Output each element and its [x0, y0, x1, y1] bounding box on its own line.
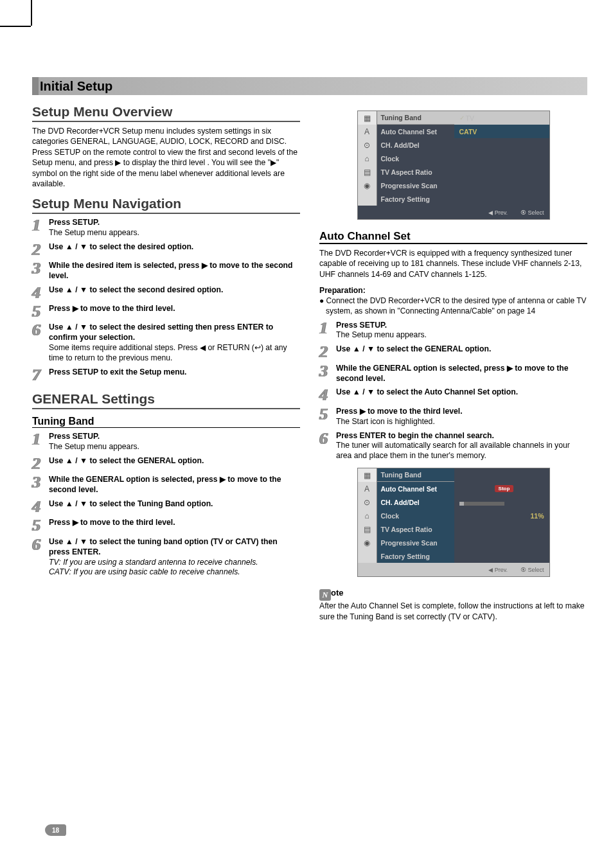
- menu-item-label: TV Aspect Ratio: [377, 165, 454, 179]
- tuning-steps: 1 Press SETUP. The Setup menu appears. 2…: [32, 432, 300, 578]
- step-text: While the GENERAL option is selected, pr…: [336, 364, 569, 383]
- menu-item-label: Clock: [377, 152, 454, 165]
- step-number-icon: 5: [32, 304, 46, 319]
- page-number: 18: [45, 824, 66, 836]
- step-number-icon: 5: [32, 518, 46, 533]
- step-number-icon: 4: [32, 499, 46, 514]
- step-text: Some items require additional steps. Pre…: [49, 343, 287, 362]
- step-text: While the GENERAL option is selected, pr…: [49, 475, 281, 494]
- menu-category-icon: ⌂: [358, 509, 377, 522]
- step-number-icon: 5: [319, 407, 333, 427]
- step-text: Use ▲ / ▼ to select the Tuning Band opti…: [49, 499, 213, 508]
- overview-heading: Setup Menu Overview: [32, 104, 300, 122]
- menu-category-icon: ▦: [358, 468, 377, 482]
- menu-item-label: Progressive Scan: [377, 536, 454, 549]
- overview-body: The DVD Recorder+VCR Setup menu includes…: [32, 126, 300, 190]
- step-number-icon: 3: [32, 261, 46, 281]
- menu-item-value: [454, 536, 549, 549]
- step-number-icon: 2: [319, 344, 333, 359]
- step-number-icon: 1: [32, 218, 46, 238]
- step-text: Use ▲ / ▼ to select the tuning band opti…: [49, 537, 278, 556]
- step-text: Press SETUP.: [336, 321, 387, 330]
- step-text: Use ▲ / ▼ to select the second desired o…: [49, 285, 223, 294]
- menu-item-value: [454, 152, 549, 165]
- progress-bar: [459, 502, 504, 506]
- step-text: Use ▲ / ▼ to select the GENERAL option.: [49, 456, 204, 465]
- note-body: After the Auto Channel Set is complete, …: [319, 601, 585, 621]
- menu-item-label: Auto Channel Set: [377, 125, 454, 138]
- menu-item-value: [454, 192, 549, 206]
- menu-category-icon: [358, 192, 377, 206]
- menu-category-icon: ▤: [358, 165, 377, 179]
- step-text: The Setup menu appears.: [49, 228, 139, 237]
- menu-category-icon: ⊙: [358, 138, 377, 152]
- step-text: TV: If you are using a standard antenna …: [49, 558, 258, 567]
- menu-item-label: Factory Setting: [377, 192, 454, 206]
- menu-item-label: Factory Setting: [377, 549, 454, 563]
- note-label: ote: [331, 588, 344, 598]
- menu-item-value: TV: [454, 111, 549, 125]
- menu-category-icon: A: [358, 482, 377, 495]
- nav-steps: 1 Press SETUP. The Setup menu appears. 2…: [32, 218, 300, 382]
- step-number-icon: 1: [319, 321, 333, 341]
- preparation-title: Preparation:: [319, 286, 587, 295]
- step-text: Use ▲ / ▼ to select the GENERAL option.: [336, 344, 491, 353]
- step-text: Press ▶ to move to the third level.: [49, 518, 175, 527]
- step-text: Press ▶ to move to the third level.: [49, 304, 175, 313]
- step-number-icon: 4: [319, 387, 333, 402]
- step-text: The Setup menu appears.: [336, 330, 427, 339]
- step-text: Press ENTER to begin the channel search.: [336, 431, 494, 440]
- progress-percent: 11%: [454, 509, 549, 522]
- step-text: Press SETUP to exit the Setup menu.: [49, 368, 186, 376]
- prev-hint: ◀ Prev.: [488, 209, 508, 216]
- step-text: While the desired item is selected, pres…: [49, 261, 292, 280]
- step-text: Press SETUP.: [49, 218, 100, 227]
- menu-item-label: TV Aspect Ratio: [377, 522, 454, 536]
- note-block: Note After the Auto Channel Set is compl…: [319, 587, 587, 622]
- menu-item-label: Tuning Band: [377, 468, 454, 482]
- menu-item-value: [454, 165, 549, 179]
- right-column: ▦ Tuning Band TV A Auto Channel Set CATV…: [319, 104, 587, 622]
- left-column: Setup Menu Overview The DVD Recorder+VCR…: [32, 104, 300, 622]
- menu-item-value: [454, 138, 549, 152]
- step-number-icon: 3: [319, 364, 333, 384]
- step-number-icon: 7: [32, 368, 46, 382]
- menu-category-icon: ◉: [358, 536, 377, 549]
- menu-item-label: Tuning Band: [377, 111, 454, 125]
- crop-mark-horizontal: [0, 26, 31, 27]
- menu-item-value: CATV: [454, 125, 549, 138]
- chapter-title: Initial Setup: [40, 79, 112, 94]
- menu-item-label: Clock: [377, 509, 454, 522]
- menu-category-icon: ⌂: [358, 152, 377, 165]
- menu-screenshot-auto-channel: ▦ Tuning Band A Auto Channel Set Stop ⊙ …: [357, 468, 550, 577]
- stop-button: Stop: [495, 485, 514, 492]
- step-number-icon: 2: [32, 456, 46, 471]
- select-hint: ⦿ Select: [520, 567, 544, 573]
- auto-channel-body: The DVD Recorder+VCR is equipped with a …: [319, 248, 587, 279]
- menu-category-icon: ▦: [358, 111, 377, 125]
- menu-item-value: [454, 468, 549, 482]
- step-text: Use ▲ / ▼ to select the Auto Channel Set…: [336, 387, 518, 396]
- crop-mark-vertical: [31, 0, 32, 26]
- step-number-icon: 4: [32, 285, 46, 300]
- preparation-bullet: ● Connect the DVD Recorder+VCR to the de…: [319, 296, 587, 316]
- progress-cell: [454, 495, 549, 509]
- menu-item-value: [454, 179, 549, 192]
- step-number-icon: 6: [32, 537, 46, 578]
- auto-channel-heading: Auto Channel Set: [319, 230, 587, 244]
- menu-item-value: Stop: [454, 482, 549, 495]
- step-number-icon: 6: [319, 431, 333, 462]
- menu-item-value: [454, 549, 549, 563]
- menu-category-icon: A: [358, 125, 377, 138]
- chapter-title-bar: Initial Setup: [32, 77, 587, 95]
- nav-heading: Setup Menu Navigation: [32, 196, 300, 214]
- menu-category-icon: [358, 549, 377, 563]
- step-text: Press SETUP.: [49, 432, 100, 441]
- step-text: Use ▲ / ▼ to select the desired setting …: [49, 323, 273, 342]
- tuning-band-subheading: Tuning Band: [32, 416, 300, 428]
- prev-hint: ◀ Prev.: [488, 567, 508, 573]
- menu-item-label: CH. Add/Del: [377, 138, 454, 152]
- step-number-icon: 2: [32, 242, 46, 257]
- step-number-icon: 6: [32, 323, 46, 363]
- auto-steps: 1 Press SETUP. The Setup menu appears. 2…: [319, 321, 587, 462]
